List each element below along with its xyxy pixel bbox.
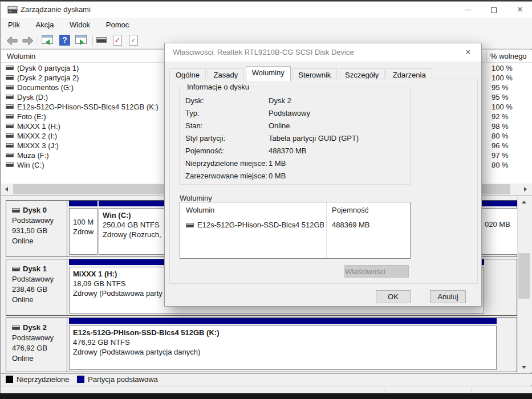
minimize-icon (465, 10, 471, 10)
ok-button[interactable]: OK (376, 290, 411, 303)
disk-size: 238,46 GB (12, 285, 67, 294)
info-value: Online (269, 121, 290, 130)
volume-name: Documentos (G:) (17, 83, 74, 92)
info-row: Typ:Podstawowy (185, 109, 408, 121)
info-row: Zarezerwowane miejsce:0 MB (185, 172, 408, 184)
dialog-close-button[interactable]: ✕ (460, 46, 477, 59)
menu-bar: Plik Akcja Widok Pomoc (1, 18, 532, 32)
scroll-up-button[interactable] (518, 196, 530, 207)
info-value: 0 MB (269, 172, 286, 180)
close-button[interactable]: ✕ (507, 2, 532, 18)
info-label: Zarezerwowane miejsce: (185, 172, 267, 180)
scroll-right-button[interactable] (519, 184, 531, 195)
info-label: Typ: (185, 109, 200, 117)
disk1-label[interactable]: Dysk 1 Podstawowy 238,46 GB Online (6, 259, 67, 315)
help-icon[interactable]: ? (59, 35, 70, 46)
checklist-icon[interactable]: ✓ (129, 35, 138, 46)
info-row: Dysk:Dysk 2 (185, 96, 408, 108)
minimize-button[interactable] (454, 2, 481, 18)
drive-icon (6, 133, 14, 138)
menu-pomoc[interactable]: Pomoc (99, 18, 136, 32)
info-row: Styl partycji:Tabela partycji GUID (GPT) (185, 134, 408, 146)
tab-woluminy[interactable]: Woluminy (246, 66, 291, 81)
partition-efi[interactable]: 100 M Zdrow (69, 201, 98, 258)
volume-free: 95 % (492, 83, 509, 92)
legend-primary-swatch (77, 376, 84, 383)
vertical-scroll-thumb[interactable] (518, 253, 530, 299)
disk2-label[interactable]: Dysk 2 Podstawowy 476,92 GB Online (6, 318, 67, 372)
legend-unallocated-label: Nieprzydzielone (17, 375, 70, 384)
volume-name: (Dysk 2 partycja 2) (17, 73, 79, 83)
drive-icon (6, 95, 14, 99)
partition-e12s[interactable]: E12s-512G-PHison-SSD-Blcs4 512GB (K:) 47… (69, 318, 497, 373)
vertical-scrollbar[interactable] (517, 196, 530, 373)
menu-akcja[interactable]: Akcja (29, 18, 61, 32)
disk-icon (12, 208, 20, 213)
chevron-down-icon (522, 366, 526, 369)
menu-plik[interactable]: Plik (1, 18, 27, 32)
table-header-volume[interactable]: Wolumin (186, 206, 214, 214)
info-label: Styl partycji: (185, 134, 225, 142)
volume-free: 98 % (492, 121, 509, 131)
disk-type: Podstawowy (12, 216, 67, 225)
dialog-title-bar: Właściwości: Realtek RTL9210B-CG SCSI Di… (165, 43, 481, 62)
partition-color-bar (69, 318, 497, 324)
close-icon: ✕ (465, 48, 472, 56)
chevron-up-icon (522, 201, 526, 203)
disk-status: Online (12, 237, 67, 245)
disk-name: Dysk 2 (23, 323, 47, 332)
volume-name: (Dysk 0 partycja 1) (17, 63, 79, 73)
groupbox-title: Informacje o dysku (185, 83, 251, 91)
info-row: Stan:Online (185, 121, 408, 133)
maximize-button[interactable] (481, 2, 507, 18)
info-value: Tabela partycji GUID (GPT) (269, 134, 359, 142)
info-value: 488370 MB (269, 146, 307, 155)
volume-free: 100 % (492, 102, 513, 112)
column-header-free[interactable]: % wolnego (490, 52, 527, 60)
volume-name: MiXXX 3 (J:) (17, 141, 59, 150)
partition-name: E12s-512G-PHison-SSD-Blcs4 512GB (K:) (73, 328, 496, 337)
info-label: Nieprzydzielone miejsce: (185, 159, 267, 168)
info-label: Pojemność: (185, 146, 224, 155)
disk0-label[interactable]: Dysk 0 Podstawowy 931,50 GB Online (6, 201, 67, 256)
drive-icon (6, 153, 14, 157)
scroll-left-button[interactable] (1, 184, 13, 195)
info-value: 1 MB (269, 159, 286, 168)
dialog-title: Właściwości: Realtek RTL9210B-CG SCSI Di… (173, 48, 354, 56)
drive-icon (186, 223, 194, 227)
disk-name: Dysk 0 (23, 206, 47, 214)
maximize-icon (491, 7, 497, 13)
console-tree-icon[interactable] (42, 35, 54, 47)
chevron-right-icon (524, 187, 527, 192)
column-header-volume[interactable]: Wolumin (7, 52, 35, 60)
disk-icon (12, 267, 20, 271)
show-action-pane-icon[interactable] (75, 35, 88, 47)
partition-color-bar (69, 201, 98, 206)
device-icon[interactable] (96, 37, 109, 49)
task-check-icon[interactable]: ✓ (113, 35, 122, 46)
menu-widok[interactable]: Widok (63, 18, 97, 32)
scroll-down-button[interactable] (518, 361, 530, 373)
properties-dialog: Właściwości: Realtek RTL9210B-CG SCSI Di… (164, 43, 482, 307)
partition-size: 100 M (73, 218, 97, 226)
disk-size: 476,92 GB (12, 344, 67, 352)
column-divider[interactable] (486, 51, 487, 62)
volume-free: 96 % (492, 141, 509, 150)
drive-icon (6, 85, 14, 89)
volume-free: 80 % (492, 131, 509, 141)
tab-page-woluminy: Informacje o dysku Dysk:Dysk 2 Typ:Podst… (169, 79, 478, 284)
cancel-button[interactable]: Anuluj (430, 290, 466, 303)
info-label: Dysk: (185, 96, 204, 105)
taskbar-sliver (0, 393, 532, 399)
disk-info-groupbox: Informacje o dysku Dysk:Dysk 2 Typ:Podst… (179, 87, 411, 185)
volumes-table: Wolumin Pojemność E12s-512G-PHison-SSD-B… (180, 202, 411, 259)
drive-icon (6, 75, 14, 80)
partition-size: 020 MB (485, 220, 510, 229)
forward-icon[interactable] (22, 35, 34, 47)
volume-name: E12s-512G-PHison-SSD-Blcs4 512GB (K:) (17, 102, 159, 112)
properties-button-disabled: Właściwości (344, 265, 409, 278)
toolbar-separator (92, 35, 93, 46)
table-header-capacity[interactable]: Pojemność (332, 206, 368, 214)
partition-status: Zdrow (73, 227, 97, 236)
back-icon[interactable] (6, 35, 18, 47)
